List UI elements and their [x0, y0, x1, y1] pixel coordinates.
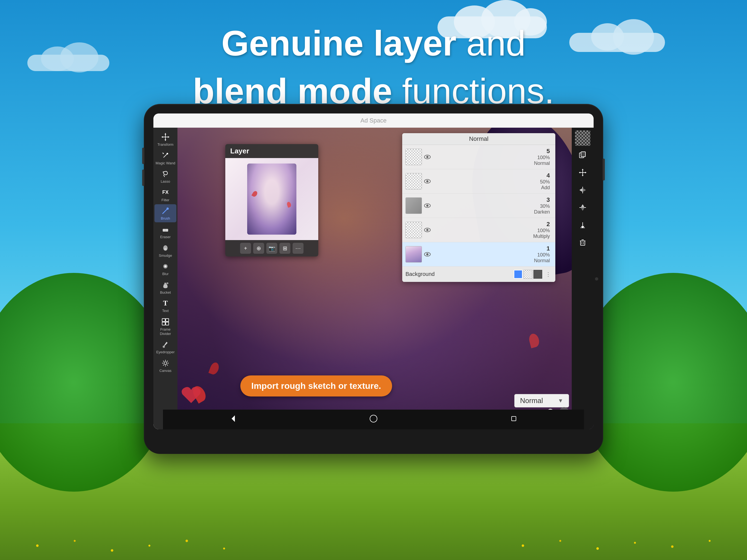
tool-smudge[interactable]: Smudge	[154, 241, 176, 259]
left-toolbar: Transform Magic Wand	[153, 128, 177, 429]
layer-4-info: 4 50% Add	[433, 172, 552, 190]
layer-add-copy-btn[interactable]: ⊕	[253, 243, 264, 254]
delete-layer-btn[interactable]	[574, 234, 591, 251]
svg-marker-49	[583, 188, 586, 192]
copy-layer-btn[interactable]	[574, 147, 591, 163]
tool-blur[interactable]: Blur	[154, 260, 176, 278]
ad-space-bar: Ad Space	[153, 113, 594, 128]
blend-mode-value: Normal	[520, 397, 543, 405]
svg-point-21	[167, 282, 169, 284]
layer-5-thumbnail	[406, 149, 422, 165]
flip-vertical-btn[interactable]	[574, 199, 591, 216]
full-layer-panel: Normal 5	[402, 133, 555, 282]
layer-background-row[interactable]: Background ⋮	[402, 266, 555, 282]
layer-1-visibility[interactable]	[422, 252, 433, 256]
transparency-toggle-btn[interactable]	[575, 130, 590, 146]
bucket-label: Bucket	[160, 290, 171, 295]
transform-label: Transform	[157, 143, 174, 147]
tablet-volume-up	[142, 148, 145, 164]
layer-row-3[interactable]: 3 30% Darken	[402, 194, 555, 218]
android-recents-btn[interactable]	[509, 414, 518, 425]
layer-panel-small: Layer	[225, 144, 318, 256]
android-nav-bar	[163, 410, 584, 429]
layer-2-thumb-bg	[406, 222, 422, 238]
layer-1-thumb-content	[406, 246, 422, 262]
layer-add-btn[interactable]: +	[240, 243, 251, 254]
svg-point-32	[426, 180, 429, 182]
layer-controls-bar: + ⊕ 📷 ⊞ ⋯	[225, 240, 318, 256]
layer-3-info: 3 30% Darken	[433, 196, 552, 215]
layer-3-thumb-content	[406, 198, 422, 213]
tool-frame-divider[interactable]: Frame Divider	[154, 315, 176, 337]
tooltip-text: Import rough sketch or texture.	[251, 381, 381, 391]
layer-more-options[interactable]: ⋮	[544, 271, 552, 278]
svg-point-34	[426, 205, 429, 207]
tool-eraser[interactable]: Eraser	[154, 223, 176, 241]
bg-swatch-checker[interactable]	[524, 270, 532, 279]
layer-row-4[interactable]: 4 50% Add	[402, 169, 555, 194]
blend-mode-dropdown[interactable]: Normal ▼	[514, 394, 569, 407]
layer-preview-area	[225, 158, 318, 240]
svg-marker-43	[582, 169, 584, 170]
layer-5-visibility[interactable]	[422, 155, 433, 159]
android-home-btn[interactable]	[369, 414, 378, 425]
layer-blend-mode-header: Normal	[402, 133, 555, 145]
layer-mini-preview	[247, 163, 297, 235]
svg-marker-4	[161, 136, 163, 138]
layer-row-5[interactable]: 5 100% Normal	[402, 145, 555, 169]
layer-row-1[interactable]: 1 100% Normal	[402, 242, 555, 266]
svg-point-28	[164, 362, 167, 364]
bg-swatch-dark[interactable]	[534, 270, 542, 279]
headline-line1: Genuine layer and	[0, 22, 747, 65]
layer-1-opacity: 100%	[537, 252, 550, 258]
svg-point-36	[426, 229, 429, 231]
layer-5-opacity: 100%	[537, 155, 550, 160]
tool-lasso[interactable]: Lasso	[154, 167, 176, 185]
tool-text[interactable]: T Text	[154, 297, 176, 315]
flip-horizontal-btn[interactable]	[574, 182, 591, 198]
layer-1-number: 1	[547, 245, 550, 252]
canvas-area[interactable]: Layer	[177, 128, 594, 429]
smudge-icon	[160, 243, 170, 253]
svg-line-8	[162, 153, 163, 153]
ad-space-text: Ad Space	[360, 117, 386, 124]
layer-camera-btn[interactable]: 📷	[266, 243, 277, 254]
background-label: Background	[406, 271, 514, 277]
svg-rect-23	[162, 319, 165, 322]
layer-merge-btn[interactable]: ⊞	[279, 243, 290, 254]
layer-row-2[interactable]: 2 100% Multiply	[402, 218, 555, 242]
frame-divider-icon	[160, 317, 170, 327]
svg-marker-2	[164, 133, 166, 134]
layer-2-number: 2	[547, 221, 550, 228]
tablet-volume-down	[142, 170, 145, 186]
lasso-label: Lasso	[161, 179, 170, 184]
svg-point-27	[163, 346, 165, 348]
svg-point-38	[426, 253, 429, 255]
tool-brush[interactable]: Brush	[154, 204, 176, 222]
layer-2-visibility[interactable]	[422, 228, 433, 232]
tool-filter[interactable]: FX Filter	[154, 186, 176, 204]
tool-canvas[interactable]: Canvas	[154, 357, 176, 375]
layer-4-visibility[interactable]	[422, 179, 433, 183]
layer-4-opacity: 50%	[540, 179, 550, 185]
blur-icon	[160, 261, 170, 271]
svg-point-17	[164, 248, 167, 250]
layer-3-visibility[interactable]	[422, 203, 433, 208]
tool-magic-wand[interactable]: Magic Wand	[154, 149, 176, 167]
move-layer-btn[interactable]	[574, 164, 591, 181]
tool-eyedropper[interactable]: Eyedropper	[154, 338, 176, 356]
svg-line-11	[163, 175, 164, 177]
layer-2-opacity: 100%	[537, 228, 550, 233]
android-back-btn[interactable]	[229, 414, 238, 425]
layer-preview-inner	[225, 158, 318, 240]
move-down-btn[interactable]	[574, 217, 591, 233]
tool-bucket[interactable]: Bucket	[154, 278, 176, 297]
app-area: Transform Magic Wand	[153, 128, 594, 429]
text-label: Text	[162, 309, 169, 313]
layer-title-text: Layer	[230, 147, 249, 155]
layer-more-btn[interactable]: ⋯	[292, 243, 304, 254]
canvas-label: Canvas	[159, 368, 172, 373]
layer-3-thumbnail	[406, 198, 422, 214]
bg-swatch-blue[interactable]	[514, 270, 522, 279]
tool-transform[interactable]: Transform	[154, 130, 176, 149]
